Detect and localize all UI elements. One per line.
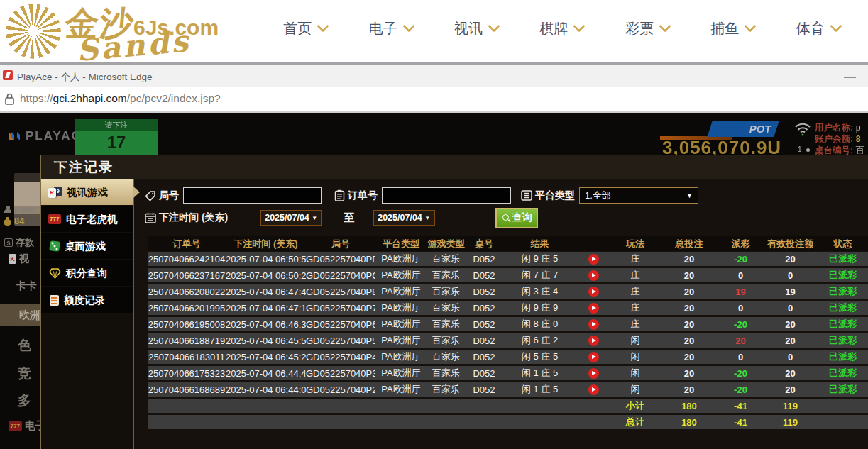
cell: 0 — [718, 270, 764, 281]
sidebar-item-table-games[interactable]: 桌面游戏 — [41, 233, 133, 259]
replay-button[interactable] — [588, 287, 599, 297]
cell: 2025-07-04 06:45:28 — [226, 352, 306, 362]
subtotal-row: 小计180-41119 — [148, 399, 868, 413]
menu-multi-table[interactable]: 多 — [18, 392, 31, 410]
player-balance-row: 84 — [4, 216, 24, 226]
replay-button[interactable] — [588, 352, 599, 362]
round-no-label: 局号 — [159, 189, 179, 202]
nav-fishing[interactable]: 捕鱼 — [710, 19, 754, 38]
chevron-down-icon — [402, 20, 414, 32]
filter-row-1: 局号 订单号 平台类型 1.全部 — [145, 187, 868, 204]
replay-button[interactable] — [588, 336, 599, 346]
cell: 20 — [661, 384, 718, 395]
sidebar-item-credit-records[interactable]: 额度记录 — [41, 287, 133, 313]
header-cell: 有效投注额 — [764, 238, 817, 250]
cell: 已派彩 — [817, 318, 868, 331]
cell: 百家乐 — [427, 367, 466, 379]
cell: 闲 — [610, 334, 661, 347]
replay-button[interactable] — [588, 368, 599, 379]
cell-play — [577, 302, 610, 314]
cell: PA欧洲厅 — [375, 318, 427, 331]
cell: 20 — [661, 352, 718, 362]
replay-button[interactable] — [588, 303, 599, 314]
menu-card-room[interactable]: 卡卡 — [16, 279, 37, 293]
menu-deposit[interactable]: $ 存款 — [4, 236, 34, 249]
menu-dice-room[interactable]: 色 — [18, 336, 31, 355]
table-row: 2507040661686892025-07-04 06:44:08GD0522… — [148, 382, 868, 397]
window-title: PlayAce - 个人 - Microsoft Edge — [17, 71, 153, 84]
search-button[interactable]: 查询 — [495, 208, 538, 228]
header-cell: 状态 — [817, 238, 868, 250]
total-label: 总计 — [610, 416, 661, 428]
cell: 闲 5 庄 5 — [502, 350, 577, 363]
url-bar[interactable]: https://gci.2hhapi.com/pc/pcv2/index.jsp… — [0, 87, 868, 111]
search-icon — [502, 214, 510, 222]
nav-live[interactable]: 视讯 — [454, 19, 498, 38]
cell: PA欧洲厅 — [375, 285, 427, 298]
panel-title: 下注记录 — [41, 155, 868, 179]
platform-type-select[interactable]: 1.全部 ▼ — [579, 187, 698, 204]
cell: 20 — [661, 319, 718, 330]
platform-type-label: 平台类型 — [535, 189, 575, 202]
date-to-select[interactable]: 2025/07/04 ▼ — [373, 210, 435, 226]
replay-button[interactable] — [588, 319, 599, 330]
header-cell: 游戏类型 — [427, 238, 466, 250]
cell: D052 — [466, 319, 502, 330]
address-text[interactable]: https://gci.2hhapi.com/pc/pcv2/index.jsp… — [20, 92, 221, 105]
cell: 2025-07-04 06:44:08 — [226, 384, 306, 395]
nav-lottery[interactable]: 彩票 — [625, 19, 669, 38]
cell: 闲 1 庄 5 — [502, 367, 577, 379]
replay-button[interactable] — [588, 270, 599, 281]
panel-sidebar: 9K 视讯游戏 777 电子老虎机 桌面游戏 积分查询 — [41, 179, 134, 449]
screen: 金沙 6Js.com Sands 首页 电子 视讯 棋牌 彩票 捕鱼 体育 Pl… — [0, 0, 868, 449]
cell: 2025-07-04 06:47:11 — [226, 303, 306, 314]
menu-europe-room[interactable]: 欧洲 — [0, 304, 40, 326]
menu-video[interactable]: K 视 — [9, 253, 29, 265]
cell: 已派彩 — [817, 301, 868, 314]
cell: 20 — [661, 303, 718, 314]
account-info: 用户名称: p 账户余额: 8 桌台编号: 百 — [815, 122, 864, 156]
minimize-button[interactable] — [844, 77, 856, 78]
round-no-input[interactable] — [183, 187, 322, 204]
chevron-down-icon — [573, 20, 586, 32]
sidebar-item-slots[interactable]: 777 电子老虎机 — [41, 206, 133, 232]
sidebar-item-live-games[interactable]: 9K 视讯游戏 — [41, 179, 133, 205]
cell: D052 — [466, 270, 502, 281]
cell: GD052257040PC — [306, 270, 375, 281]
sidebar-item-points[interactable]: 积分查询 — [41, 260, 133, 286]
cell: 2025-07-04 06:45:58 — [226, 336, 306, 346]
cell: GD052257040P7 — [306, 303, 375, 314]
cell: 闲 9 庄 5 — [502, 253, 577, 265]
play-icon — [592, 355, 596, 359]
replay-button[interactable] — [588, 254, 599, 265]
menu-bet-room[interactable]: 竞 — [18, 365, 31, 383]
nav-sports[interactable]: 体育 — [796, 19, 840, 38]
table-row: 2507040662421042025-07-04 06:50:59GD0522… — [148, 252, 868, 266]
site-header: 金沙 6Js.com Sands 首页 电子 视讯 棋牌 彩票 捕鱼 体育 — [0, 0, 868, 62]
cell-play — [577, 384, 610, 395]
date-from-select[interactable]: 2025/07/04 ▼ — [260, 210, 322, 226]
nav-slots[interactable]: 电子 — [369, 19, 413, 38]
total-value: 180 — [661, 401, 718, 411]
caret-down-icon: ▼ — [424, 215, 430, 221]
cell: 20 — [764, 384, 817, 395]
gem-icon — [49, 268, 61, 279]
cell: 百家乐 — [427, 285, 466, 298]
total-label: 小计 — [610, 399, 661, 412]
nav-cards[interactable]: 棋牌 — [539, 19, 583, 38]
cell: 0 — [764, 303, 817, 314]
platform-list-icon — [521, 190, 532, 201]
header-cell: 平台类型 — [375, 238, 427, 250]
cell: D052 — [466, 384, 502, 395]
replay-button[interactable] — [588, 384, 599, 395]
play-icon — [592, 322, 596, 326]
cell: 2025-07-04 06:44:46 — [226, 368, 306, 379]
nav-home[interactable]: 首页 — [283, 19, 327, 38]
cell: 2025-07-04 06:47:43 — [226, 287, 306, 297]
cell: -20 — [718, 384, 764, 395]
cell: -20 — [718, 254, 764, 265]
countdown-value: 17 — [75, 131, 158, 155]
cell: 庄 — [610, 301, 661, 314]
cell: 已派彩 — [817, 253, 868, 265]
order-no-input[interactable] — [382, 187, 511, 204]
